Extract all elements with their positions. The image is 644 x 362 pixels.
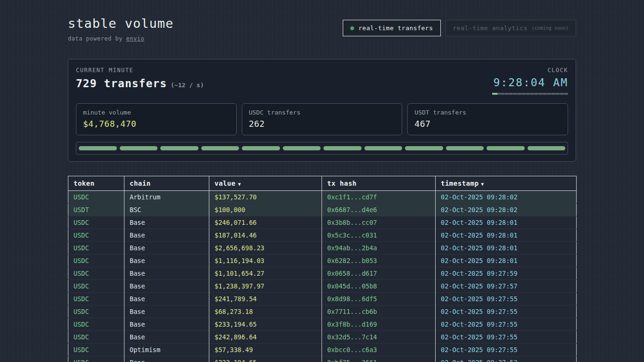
table-row: USDCBase$233,194.650x3f8b...d16902-Oct-2… — [68, 318, 577, 331]
pulse-segment — [487, 146, 525, 150]
pulse-segment — [446, 146, 484, 150]
tx-hash-cell[interactable]: 0x045d...05b8 — [322, 280, 436, 293]
value-cell: $1,116,194.03 — [209, 255, 322, 267]
chain-cell: Base — [124, 356, 209, 362]
value-cell: $68,273.18 — [209, 305, 322, 318]
pulse-segment — [528, 146, 566, 150]
token-cell: USDC — [68, 344, 124, 356]
pulse-segment — [201, 146, 239, 150]
tab-realtime-transfers[interactable]: real-time transfers — [343, 20, 440, 36]
transfer-rate: (~12 / s) — [171, 82, 204, 89]
timestamp-cell: 02-Oct-2025 09:27:55 — [436, 344, 577, 356]
tx-hash-cell[interactable]: 0x6282...b053 — [322, 255, 436, 267]
stat-value: $4,768,470 — [83, 119, 230, 129]
stat-value: 467 — [414, 119, 561, 129]
tx-hash-cell[interactable]: 0x5c3c...c031 — [322, 229, 436, 242]
tx-hash-cell[interactable]: 0x3f8b...d169 — [322, 318, 436, 331]
timestamp-cell: 02-Oct-2025 09:27:59 — [436, 267, 577, 280]
table-row: USDCBase$1,116,194.030x6282...b05302-Oct… — [68, 255, 577, 267]
clock-block: CLOCK 9:28:04 AM — [492, 67, 568, 95]
column-label: timestamp — [441, 180, 479, 187]
topbar: stable volume data powered by envio real… — [68, 16, 576, 42]
token-cell: USDC — [68, 356, 124, 362]
current-minute-panel: CURRENT MINUTE 729 transfers (~12 / s) C… — [68, 59, 576, 162]
column-header-token[interactable]: token — [68, 176, 124, 191]
table-header-row: tokenchainvalue▼tx hashtimestamp▼ — [68, 176, 577, 191]
token-cell: USDC — [68, 293, 124, 305]
tx-hash-cell[interactable]: 0x32d5...7c14 — [322, 331, 436, 344]
tx-hash-cell[interactable]: 0x8d98...6df5 — [322, 293, 436, 305]
stat-label: minute volume — [83, 109, 230, 116]
chain-cell: Base — [124, 305, 209, 318]
column-header-timestamp[interactable]: timestamp▼ — [436, 176, 577, 191]
table-row: USDCBase$242,896.640x32d5...7c1402-Oct-2… — [68, 331, 577, 344]
value-cell: $246,071.66 — [209, 216, 322, 229]
pulse-segment — [364, 146, 403, 150]
view-tabs: real-time transfers real-time analytics … — [343, 20, 576, 36]
tx-hash-cell[interactable]: 0x0658...d617 — [322, 267, 436, 280]
column-header-value[interactable]: value▼ — [209, 176, 322, 191]
table-row: USDCBase$241,789.540x8d98...6df502-Oct-2… — [68, 293, 577, 305]
pulse-segment — [79, 146, 117, 150]
table-row: USDCArbitrum$137,527.700xc1f1...cd7f02-O… — [68, 191, 577, 204]
tab-realtime-analytics[interactable]: real-time analytics (coming soon) — [446, 20, 577, 36]
value-cell: $57,338.49 — [209, 344, 322, 356]
pulse-segment — [160, 146, 198, 150]
value-cell: $137,527.70 — [209, 191, 322, 204]
chain-cell: Base — [124, 331, 209, 344]
token-cell: USDC — [68, 255, 124, 267]
chain-cell: Base — [124, 318, 209, 331]
stat-minute-volume: minute volume $4,768,470 — [76, 103, 237, 135]
chain-cell: Base — [124, 255, 209, 267]
stat-label: USDC transfers — [249, 109, 396, 116]
tx-hash-cell[interactable]: 0xbcc0...c6a3 — [322, 344, 436, 356]
pulse-segment — [283, 146, 321, 150]
token-cell: USDC — [68, 267, 124, 280]
subtitle: data powered by envio — [68, 35, 173, 42]
timestamp-cell: 02-Oct-2025 09:27:53 — [436, 356, 577, 362]
token-cell: USDC — [68, 229, 124, 242]
token-cell: USDC — [68, 280, 124, 293]
tx-hash-cell[interactable]: 0x94ab...2b4a — [322, 242, 436, 255]
timestamp-cell: 02-Oct-2025 09:28:01 — [436, 229, 577, 242]
chain-cell: Arbitrum — [124, 191, 209, 204]
timestamp-cell: 02-Oct-2025 09:27:55 — [436, 318, 577, 331]
table-row: USDCBase$246,071.660x3b8b...cc0702-Oct-2… — [68, 216, 577, 229]
title-block: stable volume data powered by envio — [68, 16, 173, 42]
coming-soon-badge: (coming soon) — [532, 25, 569, 31]
stats-row: minute volume $4,768,470 USDC transfers … — [76, 103, 568, 135]
column-header-tx-hash[interactable]: tx hash — [322, 176, 436, 191]
timestamp-cell: 02-Oct-2025 09:28:01 — [436, 242, 577, 255]
token-cell: USDC — [68, 216, 124, 229]
minute-progress-track — [492, 93, 568, 95]
stat-usdt-transfers: USDT transfers 467 — [407, 103, 568, 135]
transfers-table: tokenchainvalue▼tx hashtimestamp▼ USDCAr… — [68, 176, 577, 362]
token-cell: USDC — [68, 305, 124, 318]
chain-cell: Base — [124, 229, 209, 242]
column-header-chain[interactable]: chain — [124, 176, 209, 191]
transfer-count-block: CURRENT MINUTE 729 transfers (~12 / s) — [76, 67, 204, 90]
chain-cell: Base — [124, 242, 209, 255]
chain-cell: Base — [124, 267, 209, 280]
chain-cell: BSC — [124, 204, 209, 216]
token-cell: USDC — [68, 191, 124, 204]
activity-pulse-bar — [76, 142, 568, 155]
tx-hash-cell[interactable]: 0x3b8b...cc07 — [322, 216, 436, 229]
subtitle-text: data powered by — [68, 35, 126, 42]
stat-value: 262 — [249, 119, 396, 129]
value-cell: $241,789.54 — [209, 293, 322, 305]
token-cell: USDT — [68, 204, 124, 216]
timestamp-cell: 02-Oct-2025 09:27:55 — [436, 293, 577, 305]
table-row: USDTBSC$100,0000x6687...d4e602-Oct-2025 … — [68, 204, 577, 216]
tx-hash-cell[interactable]: 0xbf75...3661 — [322, 356, 436, 362]
page-title: stable volume — [68, 16, 173, 31]
timestamp-cell: 02-Oct-2025 09:28:01 — [436, 216, 577, 229]
timestamp-cell: 02-Oct-2025 09:27:55 — [436, 331, 577, 344]
clock-label: CLOCK — [492, 67, 568, 74]
tx-hash-cell[interactable]: 0x6687...d4e6 — [322, 204, 436, 216]
tx-hash-cell[interactable]: 0xc1f1...cd7f — [322, 191, 436, 204]
column-label: tx hash — [327, 180, 357, 187]
stat-label: USDT transfers — [414, 109, 561, 116]
envio-link[interactable]: envio — [126, 35, 145, 42]
tx-hash-cell[interactable]: 0x7711...cb6b — [322, 305, 436, 318]
